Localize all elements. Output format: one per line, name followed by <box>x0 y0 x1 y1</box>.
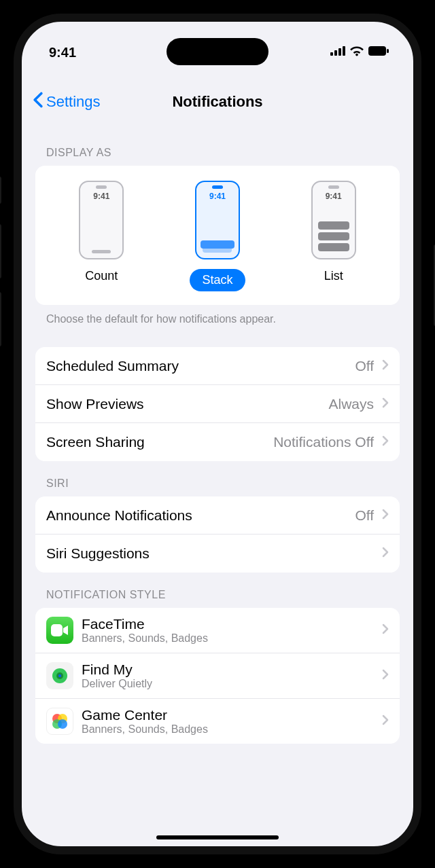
row-value: Off <box>355 507 374 524</box>
app-row-gamecenter[interactable]: Game Center Banners, Sounds, Badges <box>35 699 400 744</box>
chevron-right-icon <box>382 715 389 728</box>
status-time: 9:41 <box>49 45 76 60</box>
volume-down-button <box>0 292 1 346</box>
cellular-signal-icon <box>330 46 345 58</box>
chevron-right-icon <box>382 669 389 683</box>
stack-preview: 9:41 <box>195 181 240 259</box>
screen: 9:41 Settings Notification <box>14 14 421 854</box>
row-label: Scheduled Summary <box>46 358 347 374</box>
content-scroll[interactable]: DISPLAY AS 9:41 Count <box>22 130 413 846</box>
device-frame: 9:41 Settings Notification <box>0 0 435 868</box>
app-row-facetime[interactable]: FaceTime Banners, Sounds, Badges <box>35 608 400 653</box>
svg-rect-1 <box>334 50 337 56</box>
app-sub: Banners, Sounds, Badges <box>82 632 374 645</box>
app-row-findmy[interactable]: Find My Deliver Quietly <box>35 653 400 699</box>
wifi-icon <box>349 46 364 59</box>
back-label: Settings <box>46 93 101 111</box>
battery-icon <box>368 46 389 58</box>
row-show-previews[interactable]: Show Previews Always <box>35 385 400 423</box>
svg-rect-5 <box>387 49 389 53</box>
section-header-display-as: DISPLAY AS <box>35 130 400 166</box>
row-value: Always <box>328 396 374 412</box>
volume-up-button <box>0 224 1 278</box>
display-option-list[interactable]: 9:41 List <box>293 181 375 291</box>
app-name: Game Center <box>82 707 374 723</box>
list-preview: 9:41 <box>311 181 356 259</box>
dynamic-island <box>167 38 268 65</box>
count-preview: 9:41 <box>79 181 124 259</box>
chevron-right-icon <box>382 397 389 411</box>
display-as-card: 9:41 Count 9:41 Stack <box>35 166 400 305</box>
general-card: Scheduled Summary Off Show Previews Alwa… <box>35 347 400 461</box>
nav-bar: Settings Notifications <box>22 82 413 122</box>
row-value: Notifications Off <box>273 434 374 450</box>
chevron-right-icon <box>382 547 389 560</box>
section-header-siri: SIRI <box>35 461 400 496</box>
option-label-count: Count <box>85 269 118 283</box>
chevron-right-icon <box>382 359 389 373</box>
display-as-footer: Choose the default for how notifications… <box>35 305 400 328</box>
svg-rect-3 <box>343 46 345 56</box>
row-scheduled-summary[interactable]: Scheduled Summary Off <box>35 347 400 385</box>
app-name: FaceTime <box>82 616 374 632</box>
display-option-stack[interactable]: 9:41 Stack <box>177 181 258 291</box>
page-title: Notifications <box>172 93 262 111</box>
chevron-right-icon <box>382 623 389 637</box>
svg-rect-6 <box>51 624 63 636</box>
svg-rect-4 <box>368 46 386 56</box>
row-label: Siri Suggestions <box>46 545 374 562</box>
chevron-right-icon <box>382 435 389 449</box>
gamecenter-icon <box>46 708 73 735</box>
chevron-left-icon <box>33 92 44 112</box>
row-label: Show Previews <box>46 396 320 412</box>
display-option-count[interactable]: 9:41 Count <box>60 181 142 291</box>
facetime-icon <box>46 617 73 644</box>
row-siri-suggestions[interactable]: Siri Suggestions <box>35 535 400 573</box>
svg-point-9 <box>58 674 61 677</box>
option-label-stack: Stack <box>190 269 245 291</box>
svg-point-13 <box>58 719 67 729</box>
app-sub: Banners, Sounds, Badges <box>82 723 374 736</box>
row-label: Screen Sharing <box>46 434 265 450</box>
row-value: Off <box>355 358 374 374</box>
app-name: Find My <box>82 662 374 678</box>
findmy-icon <box>46 662 73 689</box>
app-sub: Deliver Quietly <box>82 678 374 690</box>
chevron-right-icon <box>382 509 389 522</box>
row-announce-notifications[interactable]: Announce Notifications Off <box>35 496 400 535</box>
siri-card: Announce Notifications Off Siri Suggesti… <box>35 496 400 573</box>
svg-rect-0 <box>330 52 333 56</box>
row-screen-sharing[interactable]: Screen Sharing Notifications Off <box>35 423 400 461</box>
home-indicator[interactable] <box>156 835 279 839</box>
svg-rect-2 <box>338 48 341 56</box>
row-label: Announce Notifications <box>46 507 347 524</box>
option-label-list: List <box>324 269 343 283</box>
section-header-style: NOTIFICATION STYLE <box>35 573 400 608</box>
mute-switch <box>0 177 1 204</box>
style-card: FaceTime Banners, Sounds, Badges Find My… <box>35 608 400 744</box>
back-button[interactable]: Settings <box>33 92 101 112</box>
